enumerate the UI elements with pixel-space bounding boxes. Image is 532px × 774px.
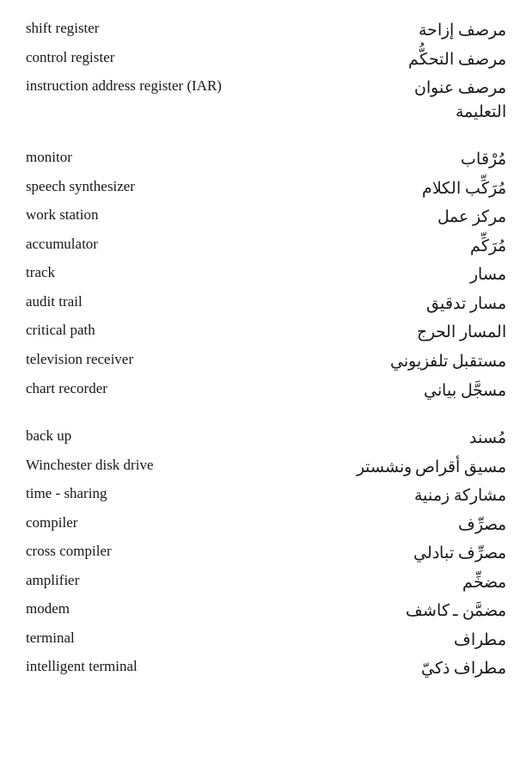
arabic-term: مطراف ذكيّ — [256, 654, 506, 683]
arabic-term: مركز عمل — [256, 202, 506, 231]
arabic-term: مرصف التحكُّم — [256, 45, 506, 74]
list-item: shift register مرصف إزاحة — [26, 15, 506, 45]
arabic-term: المسار الحرج — [256, 317, 506, 347]
english-term: audit trail — [26, 289, 256, 318]
list-item: intelligent terminal مطراف ذكيّ — [26, 654, 506, 683]
list-item: speech synthesizer مُرَكِّب الكلام — [26, 174, 506, 203]
list-item: amplifier مضخِّم — [26, 568, 506, 597]
english-term: compiler — [26, 510, 256, 539]
arabic-term: مضمَّن ـ كاشف — [256, 596, 506, 625]
english-term: speech synthesizer — [26, 174, 256, 203]
english-term: modem — [26, 596, 256, 625]
list-item: work station مركز عمل — [26, 202, 506, 231]
arabic-term: مسار تدقيق — [256, 289, 506, 318]
english-term: work station — [26, 202, 256, 231]
english-term: critical path — [26, 317, 256, 347]
english-term: cross compiler — [26, 538, 256, 568]
list-item: television receiver مستقبل تلفزيوني — [26, 347, 506, 376]
english-term: monitor — [26, 144, 256, 174]
english-term: intelligent terminal — [26, 654, 256, 683]
english-term: television receiver — [26, 347, 256, 376]
english-term: time - sharing — [26, 481, 256, 510]
arabic-term: مسيق أقراص ونشستر — [256, 452, 506, 482]
list-item: audit trail مسار تدقيق — [26, 289, 506, 318]
english-term: instruction address register (IAR) — [26, 73, 256, 126]
arabic-term: مُسند — [256, 423, 506, 452]
arabic-term: مُرَكِّم — [256, 231, 506, 261]
list-item: back up مُسند — [26, 423, 506, 452]
english-term: amplifier — [26, 568, 256, 597]
arabic-term: مصرِّف — [256, 510, 506, 539]
english-term: shift register — [26, 15, 256, 45]
list-item: chart recorder مسجَّل بياني — [26, 376, 506, 405]
list-item: accumulator مُرَكِّم — [26, 231, 506, 261]
list-item: compiler مصرِّف — [26, 510, 506, 539]
list-item: critical path المسار الحرج — [26, 317, 506, 347]
arabic-term: مسار — [256, 260, 506, 289]
list-item: cross compiler مصرِّف تبادلي — [26, 538, 506, 568]
arabic-term: مضخِّم — [256, 568, 506, 597]
list-item: time - sharing مشاركة زمنية — [26, 481, 506, 510]
arabic-term: مُرَكِّب الكلام — [256, 174, 506, 203]
english-term: track — [26, 260, 256, 289]
list-item: control register مرصف التحكُّم — [26, 45, 506, 74]
english-term: accumulator — [26, 231, 256, 261]
arabic-term: مطراف — [256, 625, 506, 654]
list-item: Winchester disk drive مسيق أقراص ونشستر — [26, 452, 506, 482]
list-item: monitor مُرْقاب — [26, 144, 506, 174]
english-term: Winchester disk drive — [26, 452, 256, 482]
spacer-row — [26, 404, 506, 423]
arabic-term: مشاركة زمنية — [256, 481, 506, 510]
arabic-term: مرصف عنوان التعليمة — [256, 73, 506, 126]
list-item: track مسار — [26, 260, 506, 289]
english-term: control register — [26, 45, 256, 74]
spacer-row — [26, 126, 506, 144]
list-item: modem مضمَّن ـ كاشف — [26, 596, 506, 625]
english-term: terminal — [26, 625, 256, 654]
english-term: back up — [26, 423, 256, 452]
list-item: terminal مطراف — [26, 625, 506, 654]
arabic-term: مرصف إزاحة — [256, 15, 506, 45]
arabic-term: مُرْقاب — [256, 144, 506, 174]
arabic-term: مستقبل تلفزيوني — [256, 347, 506, 376]
glossary-table: shift register مرصف إزاحة control regist… — [26, 15, 506, 683]
english-term: chart recorder — [26, 376, 256, 405]
arabic-term: مصرِّف تبادلي — [256, 538, 506, 568]
arabic-term: مسجَّل بياني — [256, 376, 506, 405]
list-item: instruction address register (IAR) مرصف … — [26, 73, 506, 126]
